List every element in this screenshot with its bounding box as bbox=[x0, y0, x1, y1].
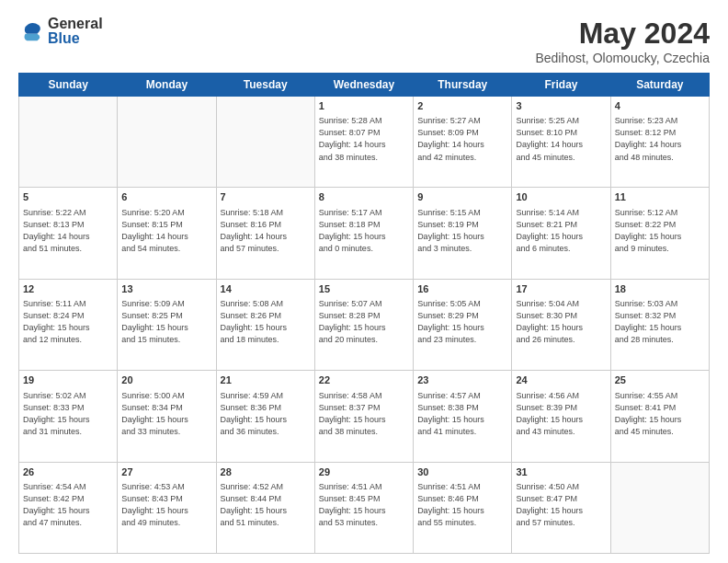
day-number: 2 bbox=[417, 99, 507, 113]
calendar-week-row: 12Sunrise: 5:11 AM Sunset: 8:24 PM Dayli… bbox=[19, 279, 710, 370]
logo-text: General Blue bbox=[48, 17, 103, 46]
day-number: 16 bbox=[417, 282, 507, 296]
day-number: 29 bbox=[319, 465, 409, 479]
day-number: 25 bbox=[615, 373, 705, 387]
day-info: Sunrise: 5:03 AM Sunset: 8:32 PM Dayligh… bbox=[615, 298, 705, 346]
day-of-week-header: Tuesday bbox=[216, 74, 314, 97]
logo-blue-text: Blue bbox=[48, 31, 103, 46]
day-info: Sunrise: 5:18 AM Sunset: 8:16 PM Dayligh… bbox=[221, 207, 311, 255]
day-info: Sunrise: 5:11 AM Sunset: 8:24 PM Dayligh… bbox=[23, 298, 113, 346]
calendar-day-cell: 10Sunrise: 5:14 AM Sunset: 8:21 PM Dayli… bbox=[512, 188, 610, 279]
day-info: Sunrise: 4:52 AM Sunset: 8:44 PM Dayligh… bbox=[221, 481, 311, 529]
page: General Blue May 2024 Bedihost, Olomouck… bbox=[0, 0, 728, 563]
day-of-week-header: Friday bbox=[512, 74, 610, 97]
calendar-day-cell: 5Sunrise: 5:22 AM Sunset: 8:13 PM Daylig… bbox=[19, 188, 118, 279]
day-number: 3 bbox=[516, 99, 606, 113]
calendar-day-cell: 13Sunrise: 5:09 AM Sunset: 8:25 PM Dayli… bbox=[118, 279, 216, 370]
logo: General Blue bbox=[18, 17, 103, 46]
day-info: Sunrise: 5:17 AM Sunset: 8:18 PM Dayligh… bbox=[319, 207, 409, 255]
calendar-day-cell: 22Sunrise: 4:58 AM Sunset: 8:37 PM Dayli… bbox=[314, 371, 413, 462]
calendar-week-row: 19Sunrise: 5:02 AM Sunset: 8:33 PM Dayli… bbox=[19, 371, 710, 462]
calendar-day-cell: 6Sunrise: 5:20 AM Sunset: 8:15 PM Daylig… bbox=[118, 188, 216, 279]
day-number: 27 bbox=[121, 465, 211, 479]
calendar-day-cell bbox=[19, 97, 118, 188]
calendar-week-row: 1Sunrise: 5:28 AM Sunset: 8:07 PM Daylig… bbox=[19, 97, 710, 188]
day-number: 6 bbox=[121, 190, 211, 204]
day-info: Sunrise: 5:20 AM Sunset: 8:15 PM Dayligh… bbox=[121, 207, 211, 255]
calendar-day-cell: 11Sunrise: 5:12 AM Sunset: 8:22 PM Dayli… bbox=[610, 188, 709, 279]
day-info: Sunrise: 5:12 AM Sunset: 8:22 PM Dayligh… bbox=[615, 207, 705, 255]
day-of-week-header: Wednesday bbox=[314, 74, 413, 97]
day-number: 22 bbox=[319, 373, 409, 387]
day-number: 11 bbox=[615, 190, 705, 204]
day-number: 15 bbox=[319, 282, 409, 296]
calendar-day-cell: 16Sunrise: 5:05 AM Sunset: 8:29 PM Dayli… bbox=[414, 279, 512, 370]
calendar-day-cell bbox=[118, 97, 216, 188]
day-info: Sunrise: 5:04 AM Sunset: 8:30 PM Dayligh… bbox=[516, 298, 606, 346]
day-info: Sunrise: 4:58 AM Sunset: 8:37 PM Dayligh… bbox=[319, 390, 409, 438]
calendar-day-cell: 28Sunrise: 4:52 AM Sunset: 8:44 PM Dayli… bbox=[216, 462, 314, 553]
day-number: 28 bbox=[221, 465, 311, 479]
calendar-day-cell: 23Sunrise: 4:57 AM Sunset: 8:38 PM Dayli… bbox=[414, 371, 512, 462]
day-info: Sunrise: 5:05 AM Sunset: 8:29 PM Dayligh… bbox=[417, 298, 507, 346]
day-number: 18 bbox=[615, 282, 705, 296]
day-number: 13 bbox=[121, 282, 211, 296]
day-info: Sunrise: 4:51 AM Sunset: 8:46 PM Dayligh… bbox=[417, 481, 507, 529]
day-info: Sunrise: 5:23 AM Sunset: 8:12 PM Dayligh… bbox=[615, 115, 705, 163]
calendar-day-cell: 1Sunrise: 5:28 AM Sunset: 8:07 PM Daylig… bbox=[314, 97, 413, 188]
day-number: 31 bbox=[516, 465, 606, 479]
day-info: Sunrise: 5:25 AM Sunset: 8:10 PM Dayligh… bbox=[516, 115, 606, 163]
calendar-day-cell: 31Sunrise: 4:50 AM Sunset: 8:47 PM Dayli… bbox=[512, 462, 610, 553]
day-info: Sunrise: 5:15 AM Sunset: 8:19 PM Dayligh… bbox=[417, 207, 507, 255]
day-number: 19 bbox=[23, 373, 113, 387]
calendar-header-row: SundayMondayTuesdayWednesdayThursdayFrid… bbox=[19, 74, 710, 97]
day-number: 23 bbox=[417, 373, 507, 387]
subtitle: Bedihost, Olomoucky, Czechia bbox=[535, 51, 710, 65]
day-info: Sunrise: 5:22 AM Sunset: 8:13 PM Dayligh… bbox=[23, 207, 113, 255]
day-number: 4 bbox=[615, 99, 705, 113]
day-number: 10 bbox=[516, 190, 606, 204]
calendar-day-cell: 19Sunrise: 5:02 AM Sunset: 8:33 PM Dayli… bbox=[19, 371, 118, 462]
main-title: May 2024 bbox=[535, 17, 710, 51]
calendar-table: SundayMondayTuesdayWednesdayThursdayFrid… bbox=[18, 73, 710, 554]
day-number: 9 bbox=[417, 190, 507, 204]
calendar-day-cell: 27Sunrise: 4:53 AM Sunset: 8:43 PM Dayli… bbox=[118, 462, 216, 553]
day-of-week-header: Monday bbox=[118, 74, 216, 97]
day-number: 14 bbox=[221, 282, 311, 296]
calendar-day-cell: 3Sunrise: 5:25 AM Sunset: 8:10 PM Daylig… bbox=[512, 97, 610, 188]
calendar-day-cell: 24Sunrise: 4:56 AM Sunset: 8:39 PM Dayli… bbox=[512, 371, 610, 462]
header: General Blue May 2024 Bedihost, Olomouck… bbox=[18, 17, 710, 65]
calendar-day-cell: 14Sunrise: 5:08 AM Sunset: 8:26 PM Dayli… bbox=[216, 279, 314, 370]
day-number: 5 bbox=[23, 190, 113, 204]
day-number: 30 bbox=[417, 465, 507, 479]
day-number: 21 bbox=[221, 373, 311, 387]
calendar-day-cell: 15Sunrise: 5:07 AM Sunset: 8:28 PM Dayli… bbox=[314, 279, 413, 370]
title-block: May 2024 Bedihost, Olomoucky, Czechia bbox=[535, 17, 710, 65]
calendar-day-cell: 20Sunrise: 5:00 AM Sunset: 8:34 PM Dayli… bbox=[118, 371, 216, 462]
day-number: 26 bbox=[23, 465, 113, 479]
calendar-day-cell: 25Sunrise: 4:55 AM Sunset: 8:41 PM Dayli… bbox=[610, 371, 709, 462]
calendar-day-cell: 17Sunrise: 5:04 AM Sunset: 8:30 PM Dayli… bbox=[512, 279, 610, 370]
day-info: Sunrise: 4:56 AM Sunset: 8:39 PM Dayligh… bbox=[516, 390, 606, 438]
day-number: 12 bbox=[23, 282, 113, 296]
day-of-week-header: Thursday bbox=[414, 74, 512, 97]
day-info: Sunrise: 5:07 AM Sunset: 8:28 PM Dayligh… bbox=[319, 298, 409, 346]
calendar-day-cell: 7Sunrise: 5:18 AM Sunset: 8:16 PM Daylig… bbox=[216, 188, 314, 279]
day-info: Sunrise: 4:55 AM Sunset: 8:41 PM Dayligh… bbox=[615, 390, 705, 438]
calendar-week-row: 5Sunrise: 5:22 AM Sunset: 8:13 PM Daylig… bbox=[19, 188, 710, 279]
day-number: 24 bbox=[516, 373, 606, 387]
calendar-week-row: 26Sunrise: 4:54 AM Sunset: 8:42 PM Dayli… bbox=[19, 462, 710, 553]
calendar-day-cell: 12Sunrise: 5:11 AM Sunset: 8:24 PM Dayli… bbox=[19, 279, 118, 370]
day-info: Sunrise: 5:28 AM Sunset: 8:07 PM Dayligh… bbox=[319, 115, 409, 163]
day-number: 1 bbox=[319, 99, 409, 113]
day-info: Sunrise: 5:27 AM Sunset: 8:09 PM Dayligh… bbox=[417, 115, 507, 163]
day-info: Sunrise: 5:08 AM Sunset: 8:26 PM Dayligh… bbox=[221, 298, 311, 346]
calendar-day-cell: 30Sunrise: 4:51 AM Sunset: 8:46 PM Dayli… bbox=[414, 462, 512, 553]
day-info: Sunrise: 4:54 AM Sunset: 8:42 PM Dayligh… bbox=[23, 481, 113, 529]
day-info: Sunrise: 5:09 AM Sunset: 8:25 PM Dayligh… bbox=[121, 298, 211, 346]
calendar-day-cell bbox=[216, 97, 314, 188]
day-info: Sunrise: 4:53 AM Sunset: 8:43 PM Dayligh… bbox=[121, 481, 211, 529]
day-info: Sunrise: 5:00 AM Sunset: 8:34 PM Dayligh… bbox=[121, 390, 211, 438]
calendar-day-cell: 29Sunrise: 4:51 AM Sunset: 8:45 PM Dayli… bbox=[314, 462, 413, 553]
day-of-week-header: Saturday bbox=[610, 74, 709, 97]
